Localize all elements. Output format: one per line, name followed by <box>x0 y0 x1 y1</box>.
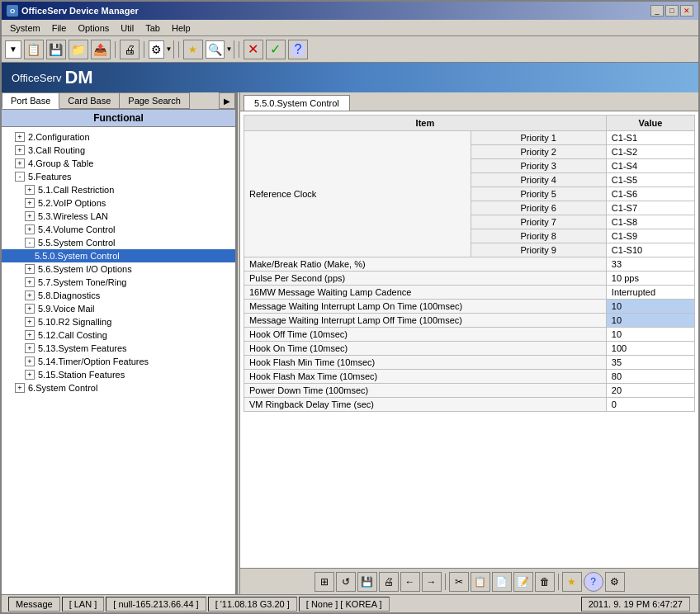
expander-features[interactable]: - <box>15 172 25 182</box>
tree-item-sys-io[interactable]: + 5.6.System I/O Options <box>2 262 235 276</box>
menu-help[interactable]: Help <box>167 22 196 34</box>
minimize-button[interactable]: _ <box>650 5 664 17</box>
expander-sys-features[interactable]: + <box>25 343 35 353</box>
expander-costing[interactable]: + <box>25 330 35 340</box>
tree-item-costing[interactable]: + 5.12.Call Costing <box>2 328 235 342</box>
tree-item-timer[interactable]: + 5.14.Timer/Option Features <box>2 355 235 368</box>
tree-item-call-restriction[interactable]: + 5.1.Call Restriction <box>2 183 235 196</box>
toolbar-btn-2[interactable]: 💾 <box>46 40 66 59</box>
bt-btn-save[interactable]: 💾 <box>357 572 377 592</box>
tree-item-volume[interactable]: + 5.4.Volume Control <box>2 223 235 236</box>
bt-btn-star[interactable]: ★ <box>562 572 582 592</box>
row-value-5[interactable]: 10 <box>606 328 694 342</box>
expander-station[interactable]: + <box>25 370 35 380</box>
row-value-6[interactable]: 100 <box>606 342 694 356</box>
toolbar-btn-4[interactable]: 📤 <box>91 40 111 59</box>
row-value-10[interactable]: 0 <box>606 398 694 412</box>
panel-tab-sys-control[interactable]: 5.5.0.System Control <box>244 95 350 111</box>
tree-item-sys-features[interactable]: + 5.13.System Features <box>2 342 235 355</box>
expander-sys-control-6[interactable]: + <box>15 383 25 393</box>
bt-btn-paste[interactable]: 📄 <box>492 572 512 592</box>
toolbar-stop-btn[interactable]: ✕ <box>244 40 263 59</box>
tree-item-station[interactable]: + 5.15.Station Features <box>2 368 235 381</box>
tab-port-base[interactable]: Port Base <box>2 92 59 109</box>
table-row[interactable]: Reference Clock Priority 1 C1-S1 <box>244 131 695 145</box>
tab-page-search[interactable]: Page Search <box>119 92 190 109</box>
bt-btn-copy[interactable]: 📋 <box>471 572 490 592</box>
tree-item-group-table[interactable]: + 4.Group & Table <box>2 157 235 170</box>
toolbar-dropdown[interactable]: ▼ <box>5 40 21 59</box>
bt-btn-delete[interactable]: 🗑 <box>535 572 555 592</box>
bt-btn-refresh[interactable]: ↺ <box>336 572 356 592</box>
tree-item-r2[interactable]: + 5.10.R2 Signalling <box>2 315 235 328</box>
priority-5-value[interactable]: C1-S6 <box>606 187 694 201</box>
expander-diagnostics[interactable]: + <box>25 290 35 300</box>
toolbar-btn-1[interactable]: 📋 <box>24 40 44 59</box>
table-row[interactable]: Hook Off Time (10msec)10 <box>244 328 695 342</box>
menu-options[interactable]: Options <box>73 22 114 34</box>
table-row[interactable]: Pulse Per Second (pps)10 pps <box>244 272 695 286</box>
expander-timer[interactable]: + <box>25 357 35 366</box>
expander-voicemail[interactable]: + <box>25 304 35 314</box>
menu-tab[interactable]: Tab <box>140 22 165 34</box>
expander-volume[interactable]: + <box>25 224 35 234</box>
priority-1-value[interactable]: C1-S1 <box>606 131 694 145</box>
tree-item-wireless[interactable]: + 5.3.Wireless LAN <box>2 210 235 223</box>
table-row[interactable]: 16MW Message Waiting Lamp CadenceInterru… <box>244 286 695 300</box>
table-row[interactable]: Hook Flash Min Time (10msec)35 <box>244 356 695 370</box>
toolbar-btn-5[interactable]: 🖨 <box>120 40 140 59</box>
tree-item-sys-control-0[interactable]: 5.5.0.System Control <box>2 249 235 262</box>
menu-util[interactable]: Util <box>116 22 139 34</box>
priority-6-value[interactable]: C1-S7 <box>606 201 694 215</box>
tree-item-features[interactable]: - 5.Features <box>2 170 235 183</box>
bt-btn-help[interactable]: ? <box>584 572 603 592</box>
tab-arrow[interactable]: ▶ <box>219 92 235 109</box>
toolbar-help-btn[interactable]: ? <box>288 40 308 59</box>
priority-8-value[interactable]: C1-S9 <box>606 229 694 243</box>
table-row[interactable]: Hook On Time (10msec)100 <box>244 342 695 356</box>
maximize-button[interactable]: □ <box>665 5 679 17</box>
bt-btn-prev[interactable]: ← <box>400 572 420 592</box>
expander-sys-tone[interactable]: + <box>25 277 35 287</box>
tab-card-base[interactable]: Card Base <box>59 92 120 109</box>
bt-btn-settings[interactable]: ⚙ <box>605 572 625 592</box>
row-value-0[interactable]: 33 <box>606 257 694 272</box>
row-value-7[interactable]: 35 <box>606 356 694 370</box>
table-row[interactable]: Message Waiting Interrupt Lamp On Time (… <box>244 300 695 314</box>
priority-2-value[interactable]: C1-S2 <box>606 145 694 159</box>
expander-sys-control[interactable]: - <box>25 238 35 248</box>
menu-system[interactable]: System <box>5 22 45 34</box>
table-row[interactable]: Hook Flash Max Time (10msec)80 <box>244 370 695 384</box>
close-button[interactable]: ✕ <box>680 5 693 17</box>
tree-item-sys-control[interactable]: - 5.5.System Control <box>2 236 235 249</box>
expander-config[interactable]: + <box>15 132 25 142</box>
tree-item-voip[interactable]: + 5.2.VoIP Options <box>2 196 235 210</box>
priority-4-value[interactable]: C1-S5 <box>606 173 694 187</box>
toolbar-btn-3[interactable]: 📁 <box>69 40 88 59</box>
toolbar-ok-btn[interactable]: ✓ <box>266 40 286 59</box>
tree-item-sys-tone[interactable]: + 5.7.System Tone/Ring <box>2 276 235 289</box>
bt-btn-next[interactable]: → <box>422 572 442 592</box>
tree-item-sys-control-6[interactable]: + 6.System Control <box>2 381 235 394</box>
row-value-8[interactable]: 80 <box>606 370 694 384</box>
expander-group-table[interactable]: + <box>15 158 25 168</box>
tree-item-config[interactable]: + 2.Configuration <box>2 130 235 144</box>
toolbar-dropdown-2[interactable]: ⚙ ▼ <box>149 40 174 59</box>
tree-item-diagnostics[interactable]: + 5.8.Diagnostics <box>2 289 235 302</box>
expander-sys-io[interactable]: + <box>25 264 35 274</box>
bt-btn-edit[interactable]: 📝 <box>513 572 533 592</box>
row-value-4[interactable]: 10 <box>606 314 694 328</box>
table-row[interactable]: VM Ringback Delay Time (sec)0 <box>244 398 695 412</box>
toolbar-star-btn[interactable]: ★ <box>183 40 203 59</box>
table-row[interactable]: Make/Break Ratio (Make, %)33 <box>244 257 695 272</box>
priority-7-value[interactable]: C1-S8 <box>606 215 694 229</box>
bt-btn-print[interactable]: 🖨 <box>379 572 399 592</box>
row-value-1[interactable]: 10 pps <box>606 272 694 286</box>
row-value-3[interactable]: 10 <box>606 300 694 314</box>
row-value-9[interactable]: 20 <box>606 384 694 398</box>
bt-btn-cut[interactable]: ✂ <box>449 572 469 592</box>
priority-3-value[interactable]: C1-S4 <box>606 159 694 173</box>
tree-item-call-routing[interactable]: + 3.Call Routing <box>2 144 235 157</box>
priority-9-value[interactable]: C1-S10 <box>606 243 694 257</box>
expander-r2[interactable]: + <box>25 317 35 327</box>
